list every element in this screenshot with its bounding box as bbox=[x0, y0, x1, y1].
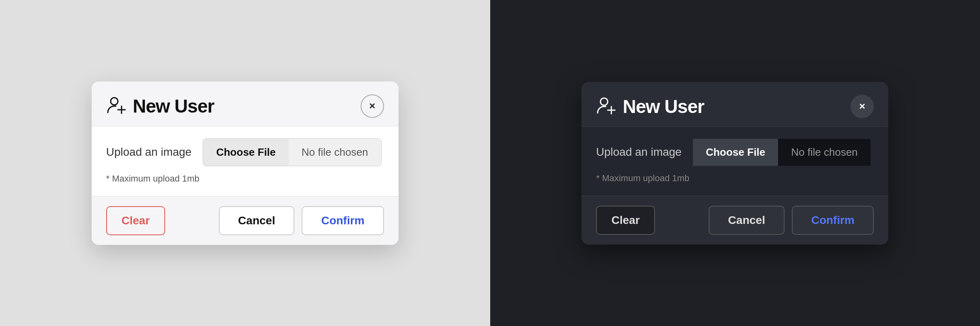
dark-panel: New User × Upload an image Choose File N… bbox=[490, 0, 980, 326]
cancel-button-light[interactable]: Cancel bbox=[219, 206, 295, 235]
clear-button-light[interactable]: Clear bbox=[106, 206, 165, 235]
title-group-light: New User bbox=[106, 95, 214, 117]
modal-header-dark: New User × bbox=[581, 82, 888, 126]
confirm-button-light[interactable]: Confirm bbox=[302, 206, 384, 235]
choose-file-button-dark[interactable]: Choose File bbox=[693, 139, 778, 166]
user-add-icon-dark bbox=[596, 95, 617, 118]
close-button-light[interactable]: × bbox=[361, 94, 384, 118]
max-upload-note-dark: * Maximum upload 1mb bbox=[596, 173, 874, 184]
cancel-button-dark[interactable]: Cancel bbox=[709, 206, 785, 235]
modal-title-light: New User bbox=[133, 95, 214, 117]
modal-title-dark: New User bbox=[623, 96, 704, 117]
modal-dark: New User × Upload an image Choose File N… bbox=[581, 82, 888, 245]
title-group-dark: New User bbox=[596, 95, 704, 118]
upload-row-dark: Upload an image Choose File No file chos… bbox=[596, 139, 874, 166]
no-file-text-dark: No file chosen bbox=[778, 139, 871, 166]
upload-row-light: Upload an image Choose File No file chos… bbox=[106, 138, 384, 166]
modal-footer-light: Clear Cancel Confirm bbox=[92, 196, 399, 245]
file-input-wrapper-dark: Choose File No file chosen bbox=[693, 139, 871, 166]
upload-label-light: Upload an image bbox=[106, 146, 192, 159]
modal-body-dark: Upload an image Choose File No file chos… bbox=[581, 126, 888, 196]
confirm-button-dark[interactable]: Confirm bbox=[792, 206, 874, 235]
close-button-dark[interactable]: × bbox=[850, 95, 874, 118]
modal-footer-dark: Clear Cancel Confirm bbox=[581, 196, 888, 245]
file-input-wrapper-light: Choose File No file chosen bbox=[203, 138, 381, 166]
svg-point-0 bbox=[111, 98, 118, 105]
close-icon-dark: × bbox=[859, 100, 865, 113]
clear-button-dark[interactable]: Clear bbox=[596, 206, 655, 235]
svg-point-3 bbox=[600, 98, 608, 105]
modal-light: New User × Upload an image Choose File N… bbox=[92, 82, 399, 245]
max-upload-note-light: * Maximum upload 1mb bbox=[106, 173, 384, 184]
modal-header-light: New User × bbox=[92, 82, 399, 126]
choose-file-button-light[interactable]: Choose File bbox=[203, 139, 288, 166]
upload-label-dark: Upload an image bbox=[596, 146, 682, 159]
close-icon-light: × bbox=[369, 100, 375, 112]
no-file-text-light: No file chosen bbox=[289, 139, 381, 166]
user-add-icon-light bbox=[106, 95, 127, 117]
modal-body-light: Upload an image Choose File No file chos… bbox=[92, 126, 399, 196]
light-panel: New User × Upload an image Choose File N… bbox=[0, 0, 490, 326]
